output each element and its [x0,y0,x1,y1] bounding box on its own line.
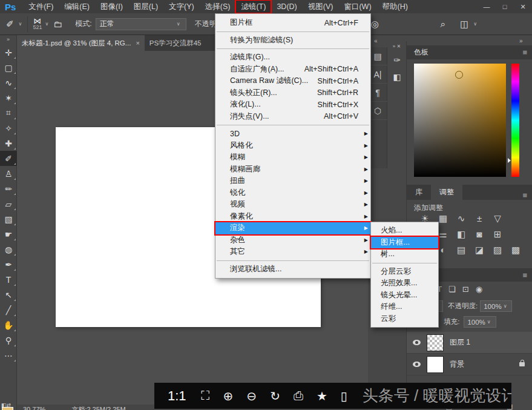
menubar-item[interactable]: 文件(F) [23,0,59,13]
levels-icon[interactable]: ▦ [437,213,449,224]
threshold-icon[interactable]: ◪ [473,245,485,256]
layer-opacity-select[interactable]: 100% ∨ [480,300,512,312]
tab-libraries[interactable]: 库 [407,185,431,200]
brush-preset-picker[interactable]: ⋈ 521 [31,18,43,30]
history-brush-tool[interactable]: ✏ [0,181,17,196]
marquee-tool[interactable]: ▢ [0,60,17,75]
layer-visibility-icon[interactable] [413,362,421,367]
rotate-view-icon[interactable]: ↻ [263,389,287,403]
menubar-item[interactable]: 帮助(H) [377,0,413,13]
color-balance-icon[interactable]: ⚌ [437,229,449,240]
layer-row[interactable]: 图层 1 [407,332,532,354]
submenu-item[interactable]: 火焰... [371,225,438,237]
brush-settings-icon[interactable]: ✑ [387,51,407,68]
chevron-down-icon[interactable]: ∨ [471,21,479,27]
menubar-item[interactable]: 选择(S) [200,0,236,13]
submenu-item[interactable]: 纤维... [371,301,438,313]
smudge-tool[interactable]: ☛ [0,226,17,242]
path-select-tool[interactable]: ↖ [0,287,17,302]
layer-thumbnail[interactable] [427,356,444,373]
close-tab-icon[interactable]: × [136,39,139,47]
close-panel-icon[interactable]: ✕ [396,44,401,49]
gradient-tool[interactable]: ▧ [0,211,17,226]
filter-menu-item[interactable]: 风格化 ▶ [215,140,370,152]
filter-menu-item[interactable] [217,31,369,32]
filter-menu-item[interactable]: 锐化 ▶ [215,187,370,199]
chevron-down-icon[interactable]: ∨ [17,21,24,27]
filter-menu-item[interactable]: 模糊 ▶ [215,151,370,164]
menubar-item[interactable]: 3D(D) [271,0,302,13]
posterize-icon[interactable]: ▤ [455,245,467,256]
workspace-switcher-icon[interactable]: ◫ [457,19,471,30]
filter-smart-objects-icon[interactable]: ⊡ [462,285,469,294]
dodge-tool[interactable]: ◍ [0,242,17,257]
fg-bg-color-mini-icon[interactable]: ◧ [387,68,407,85]
black-white-icon[interactable]: ◧ [455,229,467,240]
filter-menu-item[interactable]: 转换为智能滤镜(S) [215,35,370,47]
filter-menu-item[interactable]: 消失点(V)... Alt+Ctrl+V [215,111,370,123]
filter-menu-item[interactable]: 扭曲 ▶ [215,175,370,187]
filter-shape-layers-icon[interactable]: ❏ [448,285,456,294]
menubar-item[interactable]: 图层(L) [128,0,163,13]
pen-tool[interactable]: ✒ [0,257,17,272]
exposure-icon[interactable]: ± [473,213,485,224]
menubar-item[interactable]: 视图(V) [303,0,339,13]
line-tool[interactable]: ╱ [0,302,17,317]
bookmark-icon[interactable]: ★ [310,389,334,403]
healing-brush-tool[interactable]: ✚ [0,136,17,151]
filter-menu-item[interactable]: 3D ▶ [215,128,370,140]
swatches-panel-title[interactable]: 色板 [414,47,429,58]
filter-menu-item[interactable] [217,260,369,261]
filter-menu-item[interactable]: 图片框 Alt+Ctrl+F [215,17,370,29]
hue-slider-marker[interactable] [508,158,511,163]
document-tab[interactable]: PS学习交流群45 [145,35,206,51]
blend-mode-select[interactable]: 正常 ∨ [96,18,186,30]
filter-menu-item[interactable]: 镜头校正(R)... Shift+Ctrl+R [215,87,370,99]
maximize-button[interactable]: □ [496,0,514,13]
filter-menu-item[interactable]: 滤镜库(G)... [215,51,370,64]
menubar-item[interactable]: 文字(Y) [163,0,200,13]
document-tab-active[interactable]: 未标题-1.psd @ 31% (图层 4, RG... × [17,35,145,51]
lasso-tool[interactable]: ∿ [0,75,17,90]
submenu-item[interactable]: 镜头光晕... [371,289,438,302]
submenu-item[interactable]: 光照效果... [371,277,438,289]
menubar-item[interactable]: 编辑(E) [59,0,95,13]
brush-tool-icon[interactable]: ✐ [0,19,17,30]
color-picker-cursor[interactable] [455,71,463,79]
magic-wand-tool[interactable]: ✶ [0,90,17,105]
submenu-item[interactable]: 图片框... [371,237,438,249]
layer-visibility-icon[interactable] [413,340,421,345]
device-preview-icon[interactable]: ▯ [334,389,354,403]
panel-menu-icon[interactable]: ≡ [522,191,527,200]
panel-menu-icon[interactable]: ≡ [522,48,527,57]
curves-icon[interactable]: ∿ [455,213,467,224]
crop-tool[interactable]: ⌗ [0,105,17,121]
selective-color-icon[interactable]: ▩ [510,245,522,256]
filter-menu-item[interactable]: 自适应广角(A)... Alt+Shift+Ctrl+A [215,64,370,76]
zoom-in-icon[interactable]: ⊕ [217,389,240,403]
hand-tool[interactable]: ✋ [0,317,17,332]
collapse-dock-icon[interactable]: » [519,38,523,44]
filter-menu-item[interactable] [217,48,369,49]
fit-screen-icon[interactable]: ⛶ [195,389,217,403]
layer-lock-icon[interactable] [519,362,525,366]
menubar-item[interactable]: 窗口(W) [338,0,376,13]
submenu-item[interactable] [372,263,437,263]
menubar-item[interactable]: 图像(I) [95,0,128,13]
zoom-out-icon[interactable]: ⊖ [240,389,263,403]
filter-menu-item[interactable]: 杂色 ▶ [215,234,370,246]
minimize-button[interactable]: — [478,0,496,13]
menubar-item[interactable]: 滤镜(T) [235,0,271,13]
filter-menu-item[interactable]: 液化(L)... Shift+Ctrl+X [215,99,370,111]
search-icon[interactable]: ⌕ [438,19,448,30]
layer-thumbnail[interactable] [427,334,444,351]
color-picker-field[interactable] [414,64,506,177]
zoom-tool[interactable]: ⚲ [0,332,17,348]
filter-menu-item[interactable]: 模糊画廊 ▶ [215,164,370,176]
vibrance-icon[interactable]: ▽ [491,213,504,224]
actual-pixels-button[interactable]: 1:1 [154,388,195,404]
zoom-level[interactable]: 30.77% [23,406,45,410]
invert-icon[interactable]: ◐ [437,245,449,256]
edit-toolbar-button[interactable]: ⋯ [0,348,17,363]
chevron-down-icon[interactable]: ∨ [43,21,50,27]
